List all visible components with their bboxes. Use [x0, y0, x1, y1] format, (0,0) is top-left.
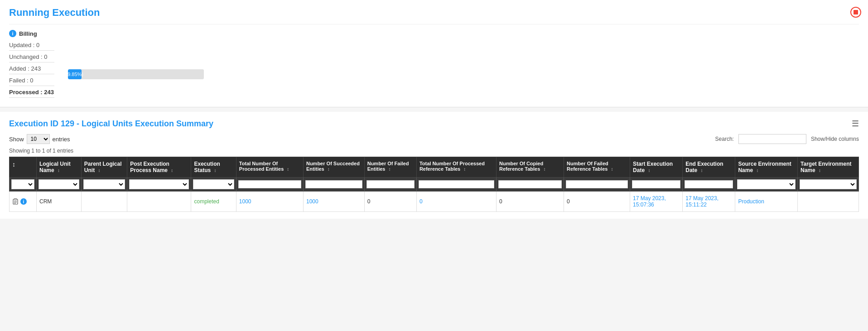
- th-end-execution-date[interactable]: End Execution Date ↕: [683, 157, 735, 177]
- row-actions: i: [10, 192, 37, 212]
- filter-cell-parent-lu: [81, 177, 127, 192]
- info-icon-row: i: [20, 198, 27, 205]
- progress-bar-fill: (9.85%): [68, 69, 82, 79]
- billing-label: Billing: [19, 30, 37, 37]
- filter-select-parent-lu[interactable]: [83, 179, 125, 189]
- table-row: i CRM completed 1000 1000 0 0: [10, 192, 859, 212]
- row-action-icon-2[interactable]: i: [20, 198, 27, 205]
- stop-icon-inner: [854, 10, 858, 14]
- filter-select-target-env[interactable]: [800, 179, 857, 189]
- filter-row: [10, 177, 859, 192]
- th-post-execution-process-name[interactable]: Post Execution Process Name ↕: [127, 157, 191, 177]
- table-controls: Show 10 25 50 100 entries Search: Show/H…: [9, 134, 859, 144]
- end-execution-date-link[interactable]: 17 May 2023, 15:11:22: [685, 195, 719, 208]
- cell-start-execution-date: 17 May 2023, 15:07:36: [630, 192, 683, 212]
- progress-col: (9.85%): [68, 42, 859, 98]
- filter-cell-post-exec: [127, 177, 191, 192]
- showing-text: Showing 1 to 1 of 1 entries: [9, 148, 859, 154]
- filter-input-failed[interactable]: [366, 180, 415, 188]
- filter-cell-lu-name: [37, 177, 82, 192]
- filter-cell-target-env: [798, 177, 859, 192]
- page-title: Running Execution: [9, 7, 859, 19]
- filter-cell-exec-status: [191, 177, 236, 192]
- filter-input-succeeded[interactable]: [305, 180, 362, 188]
- svg-rect-1: [14, 199, 17, 200]
- section-header: Execution ID 129 - Logical Units Executi…: [9, 119, 859, 129]
- filter-cell-failed: [364, 177, 416, 192]
- execution-status-link[interactable]: completed: [194, 198, 219, 205]
- table-header-row: ↕ Logical Unit Name ↕ Parent Logical Uni…: [10, 157, 859, 177]
- start-execution-date-link[interactable]: 17 May 2023, 15:07:36: [633, 195, 666, 208]
- cell-target-env: [798, 192, 859, 212]
- data-table: ↕ Logical Unit Name ↕ Parent Logical Uni…: [9, 157, 859, 212]
- stat-failed: Failed : 0: [9, 77, 54, 86]
- filter-select-lu-name[interactable]: [39, 179, 79, 189]
- hamburger-menu[interactable]: ☰: [852, 119, 859, 129]
- th-parent-logical-unit[interactable]: Parent Logical Unit ↕: [81, 157, 127, 177]
- stat-added: Added : 243: [9, 65, 54, 74]
- filter-cell-end-date: [683, 177, 735, 192]
- th-number-copied-ref[interactable]: Number Of Copied Reference Tables ↕: [497, 157, 564, 177]
- filter-cell-source-env: [735, 177, 798, 192]
- bottom-panel: Execution ID 129 - Logical Units Executi…: [0, 112, 868, 219]
- billing-header: i Billing: [9, 30, 859, 37]
- cell-parent-logical-unit: [81, 192, 127, 212]
- show-label: Show: [9, 136, 24, 143]
- filter-cell-total-ref: [416, 177, 496, 192]
- show-entries: Show 10 25 50 100 entries: [9, 134, 70, 144]
- total-processed-link[interactable]: 1000: [239, 198, 251, 205]
- filter-cell-num: [10, 177, 37, 192]
- cell-logical-unit-name: CRM: [37, 192, 82, 212]
- th-number-failed[interactable]: Number Of Failed Entities ↕: [364, 157, 416, 177]
- info-icon: i: [9, 30, 16, 37]
- row-icons: i: [12, 198, 34, 205]
- filter-select-exec-status[interactable]: [193, 179, 234, 189]
- cell-number-failed-ref: 0: [564, 192, 630, 212]
- th-total-processed[interactable]: Total Number Of Processed Entities ↕: [236, 157, 303, 177]
- entries-label: entries: [53, 136, 70, 143]
- source-env-link[interactable]: Production: [738, 198, 764, 205]
- filter-input-copied-ref[interactable]: [498, 180, 562, 188]
- th-total-processed-ref[interactable]: Total Number Of Processed Reference Tabl…: [416, 157, 496, 177]
- th-row-num: ↕: [10, 157, 37, 177]
- th-logical-unit-name[interactable]: Logical Unit Name ↕: [37, 157, 82, 177]
- stats-area: Updated : 0 Unchanged : 0 Added : 243 Fa…: [9, 42, 859, 98]
- stats-column: Updated : 0 Unchanged : 0 Added : 243 Fa…: [9, 42, 54, 98]
- row-action-icon-1[interactable]: [12, 198, 19, 205]
- stat-unchanged: Unchanged : 0: [9, 53, 54, 62]
- th-source-env[interactable]: Source Environment Name ↕: [735, 157, 798, 177]
- filter-input-start-date[interactable]: [632, 180, 680, 188]
- filter-select-post-exec[interactable]: [129, 179, 189, 189]
- filter-select-source-env[interactable]: [737, 179, 796, 189]
- filter-input-total-processed[interactable]: [238, 180, 301, 188]
- cell-post-execution-process: [127, 192, 191, 212]
- th-execution-status[interactable]: Execution Status ↕: [191, 157, 236, 177]
- filter-input-total-ref[interactable]: [419, 180, 494, 188]
- total-processed-ref-link[interactable]: 0: [420, 198, 423, 205]
- number-succeeded-link[interactable]: 1000: [306, 198, 318, 205]
- cell-total-processed: 1000: [236, 192, 303, 212]
- th-target-env[interactable]: Target Environment Name ↕: [798, 157, 859, 177]
- filter-cell-failed-ref: [564, 177, 630, 192]
- search-input[interactable]: [738, 134, 806, 144]
- progress-label: (9.85%): [68, 72, 83, 77]
- filter-cell-succeeded: [303, 177, 364, 192]
- th-number-succeeded[interactable]: Number Of Succeeded Entities ↕: [303, 157, 364, 177]
- entries-select[interactable]: 10 25 50 100: [27, 134, 50, 144]
- show-hide-columns-button[interactable]: Show/Hide columns: [811, 136, 859, 142]
- stop-button[interactable]: [850, 7, 861, 18]
- stat-updated: Updated : 0: [9, 42, 54, 51]
- th-start-execution-date[interactable]: Start Execution Date ↕: [630, 157, 683, 177]
- th-number-failed-ref[interactable]: Number Of Failed Reference Tables ↕: [564, 157, 630, 177]
- cell-execution-status: completed: [191, 192, 236, 212]
- filter-select-num[interactable]: [11, 179, 34, 189]
- cell-number-copied-ref: 0: [497, 192, 564, 212]
- section-title: Execution ID 129 - Logical Units Executi…: [9, 119, 213, 129]
- cell-end-execution-date: 17 May 2023, 15:11:22: [683, 192, 735, 212]
- filter-input-failed-ref[interactable]: [566, 180, 628, 188]
- filter-input-end-date[interactable]: [685, 180, 733, 188]
- search-label: Search:: [715, 136, 734, 142]
- filter-cell-copied-ref: [497, 177, 564, 192]
- search-area: Search: Show/Hide columns: [715, 134, 859, 144]
- cell-total-processed-ref: 0: [416, 192, 496, 212]
